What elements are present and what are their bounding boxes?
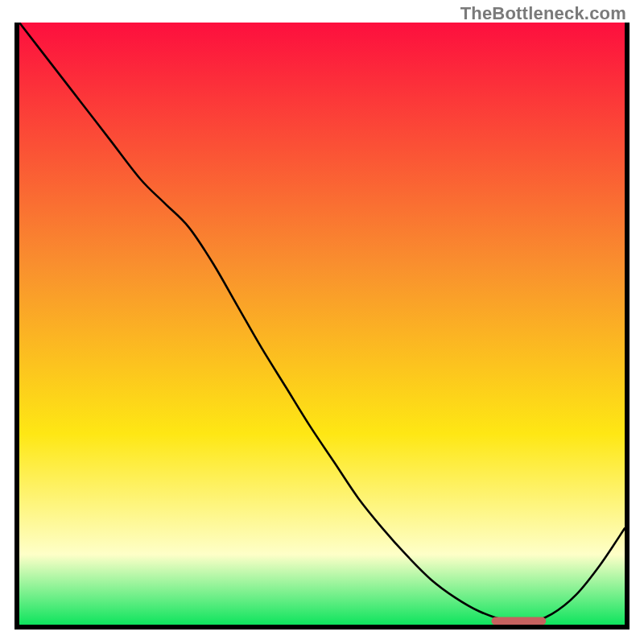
- plot-background: [17, 23, 627, 627]
- attribution-text: TheBottleneck.com: [460, 3, 626, 24]
- bottleneck-chart: [14, 23, 630, 630]
- optimal-marker: [492, 617, 547, 625]
- chart-container: TheBottleneck.com: [0, 0, 644, 644]
